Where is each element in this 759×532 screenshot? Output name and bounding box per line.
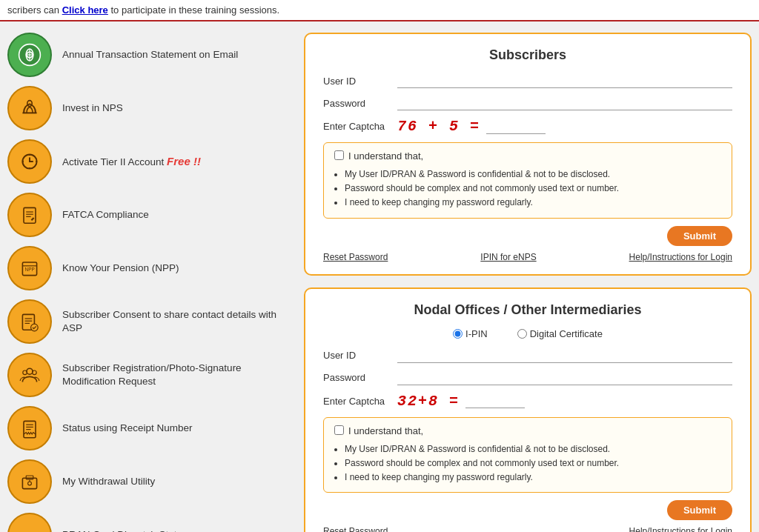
menu-item-subscriber-reg[interactable]: Subscriber Registration/Photo-Signature …: [7, 353, 289, 397]
invest-nps-icon: [7, 86, 52, 130]
subscribers-panel: Subscribers User ID Password Enter Captc…: [304, 33, 752, 276]
pran-dispatch-label: PRAN Card Dispatch Status: [62, 528, 188, 532]
svg-text:NPP: NPP: [25, 267, 35, 272]
nodal-bullet-3: I need to keep changing my password regu…: [345, 471, 721, 485]
user-id-input[interactable]: [397, 73, 732, 88]
menu-item-activate-tier2[interactable]: Activate Tier II Account Free !!: [7, 139, 289, 184]
understand-checkbox-label[interactable]: I understand that,: [334, 150, 721, 162]
top-bar-text-after: to participate in these training session…: [110, 4, 279, 16]
subscribers-panel-title: Subscribers: [323, 47, 732, 63]
ipin-radio[interactable]: [453, 329, 463, 339]
right-panels: Subscribers User ID Password Enter Captc…: [304, 33, 752, 532]
understand-bullets: My User ID/PRAN & Password is confidenti…: [345, 167, 721, 210]
menu-item-withdrawal[interactable]: My Withdrawal Utility: [7, 459, 289, 504]
top-bar: scribers can Click here to participate i…: [0, 0, 759, 21]
nodal-bullet-2: Password should be complex and not commo…: [345, 456, 721, 471]
nodal-panel: Nodal Offices / Other Intermediaries I-P…: [304, 287, 752, 532]
subscribers-submit-button[interactable]: Submit: [667, 226, 732, 246]
nodal-links-row: Reset Password Help/Instructions for Log…: [323, 526, 732, 532]
ipin-enps-link[interactable]: IPIN for eNPS: [480, 252, 536, 262]
captcha-input[interactable]: [486, 119, 546, 134]
nodal-help-login-link[interactable]: Help/Instructions for Login: [629, 526, 732, 532]
password-input[interactable]: [397, 96, 732, 110]
subscriber-consent-icon: [7, 299, 52, 344]
activate-tier2-label: Activate Tier II Account Free !!: [62, 154, 201, 169]
ipin-radio-text: I-PIN: [465, 328, 488, 339]
captcha-area: 76 + 5 =: [397, 118, 732, 135]
nodal-user-id-row: User ID: [323, 348, 732, 363]
nodal-panel-title: Nodal Offices / Other Intermediaries: [323, 302, 732, 318]
nodal-captcha-label: Enter Captcha: [323, 396, 397, 407]
menu-item-invest-nps[interactable]: Invest in NPS: [7, 86, 289, 130]
svg-point-28: [28, 482, 32, 485]
nodal-radio-row: I-PIN Digital Certificate: [323, 328, 732, 339]
main-layout: Annual Transaction Statement on Email In…: [0, 21, 759, 532]
svg-point-19: [27, 368, 33, 374]
nodal-understand-text: I understand that,: [348, 425, 423, 436]
fatca-label: FATCA Compliance: [62, 208, 149, 222]
help-login-link[interactable]: Help/Instructions for Login: [629, 252, 732, 262]
bullet-1: My User ID/PRAN & Password is confidenti…: [345, 167, 721, 182]
nodal-user-id-label: User ID: [323, 350, 397, 361]
menu-item-fatca[interactable]: FATCA Compliance: [7, 193, 289, 237]
nodal-captcha-input[interactable]: [465, 393, 525, 408]
status-receipt-label: Status using Receipt Number: [62, 422, 193, 435]
menu-item-know-pension[interactable]: NPP Know Your Pension (NPP): [7, 246, 289, 290]
nodal-password-label: Password: [323, 372, 397, 383]
know-pension-icon: NPP: [7, 246, 52, 290]
annual-transaction-icon: [7, 33, 52, 77]
left-menu: Annual Transaction Statement on Email In…: [7, 33, 289, 532]
understand-checkbox[interactable]: [334, 150, 344, 160]
subscriber-consent-label: Subscriber Consent to share contact deta…: [62, 308, 289, 334]
withdrawal-icon-el: [7, 459, 52, 504]
menu-item-subscriber-consent[interactable]: Subscriber Consent to share contact deta…: [7, 299, 289, 344]
withdrawal-label: My Withdrawal Utility: [62, 475, 155, 488]
bullet-3: I need to keep changing my password regu…: [345, 196, 721, 210]
captcha-row: Enter Captcha 76 + 5 =: [323, 118, 732, 135]
nodal-submit-row: Submit: [323, 500, 732, 520]
subscriber-reg-icon: [7, 353, 52, 397]
nodal-understand-box: I understand that, My User ID/PRAN & Pas…: [323, 417, 732, 493]
nodal-user-id-input[interactable]: [397, 348, 732, 363]
captcha-image: 76 + 5 =: [397, 118, 480, 135]
nodal-understand-checkbox[interactable]: [334, 425, 344, 435]
understand-text: I understand that,: [348, 150, 423, 162]
user-id-row: User ID: [323, 73, 732, 88]
nodal-captcha-image: 32+8 =: [397, 393, 460, 410]
digital-cert-radio-label[interactable]: Digital Certificate: [517, 328, 603, 339]
menu-item-annual-transaction[interactable]: Annual Transaction Statement on Email: [7, 33, 289, 77]
menu-item-status-receipt[interactable]: Status using Receipt Number: [7, 406, 289, 450]
nodal-understand-checkbox-label[interactable]: I understand that,: [334, 425, 721, 436]
nodal-reset-password-link[interactable]: Reset Password: [323, 526, 388, 532]
nodal-password-input[interactable]: [397, 370, 732, 385]
nodal-bullet-1: My User ID/PRAN & Password is confidenti…: [345, 442, 721, 456]
nodal-captcha-row: Enter Captcha 32+8 =: [323, 393, 732, 410]
subscriber-reg-label: Subscriber Registration/Photo-Signature …: [62, 362, 289, 388]
invest-nps-label: Invest in NPS: [62, 102, 123, 115]
bullet-2: Password should be complex and not commo…: [345, 182, 721, 196]
subscribers-understand-box: I understand that, My User ID/PRAN & Pas…: [323, 142, 732, 219]
fatca-icon: [7, 193, 52, 237]
password-row: Password: [323, 96, 732, 110]
subscribers-submit-row: Submit: [323, 226, 732, 246]
nodal-captcha-area: 32+8 =: [397, 393, 732, 410]
top-bar-text-before: scribers can: [7, 4, 62, 16]
menu-item-pran-dispatch[interactable]: PRAN Card Dispatch Status: [7, 513, 289, 532]
know-pension-label: Know Your Pension (NPP): [62, 262, 179, 275]
digital-cert-radio-text: Digital Certificate: [530, 328, 603, 339]
nodal-password-row: Password: [323, 370, 732, 385]
nodal-submit-button[interactable]: Submit: [667, 500, 732, 520]
svg-rect-7: [24, 207, 36, 223]
pran-dispatch-icon: [7, 513, 52, 532]
digital-cert-radio[interactable]: [517, 329, 527, 339]
activate-tier2-icon: [7, 139, 52, 184]
status-receipt-icon: [7, 406, 52, 450]
reset-password-link[interactable]: Reset Password: [323, 252, 388, 262]
user-id-label: User ID: [323, 76, 397, 87]
password-label: Password: [323, 98, 397, 109]
subscribers-links-row: Reset Password IPIN for eNPS Help/Instru…: [323, 252, 732, 262]
captcha-label: Enter Captcha: [323, 121, 397, 132]
nodal-understand-bullets: My User ID/PRAN & Password is confidenti…: [345, 442, 721, 485]
click-here-link[interactable]: Click here: [62, 4, 108, 16]
ipin-radio-label[interactable]: I-PIN: [453, 328, 488, 339]
